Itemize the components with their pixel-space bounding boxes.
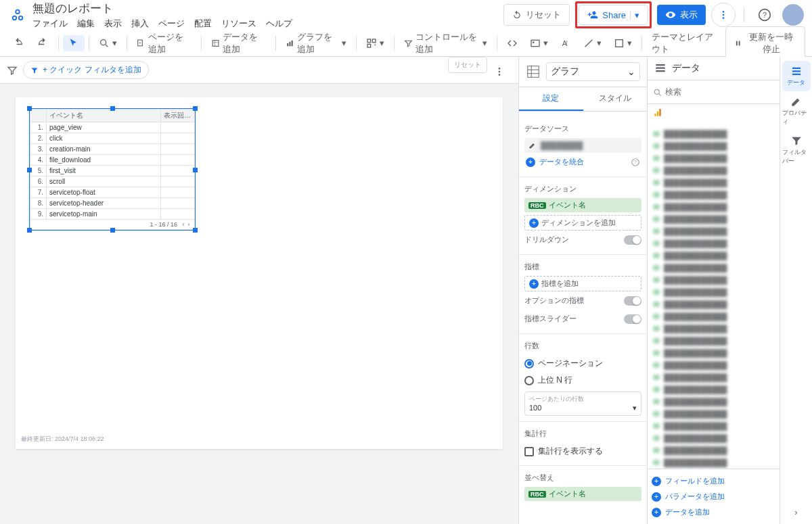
field-item[interactable]: ████████████ [652,408,775,420]
field-item[interactable]: ████████████ [652,310,775,323]
line-button[interactable]: ▾ [578,35,607,51]
undo-button[interactable] [7,34,30,52]
menu-view[interactable]: 表示 [104,18,122,30]
menu-file[interactable]: ファイル [32,18,68,30]
user-avatar[interactable] [782,4,804,26]
add-parameter-button[interactable]: +パラメータを追加 [652,489,775,504]
selection-tool[interactable] [63,35,85,51]
shape-button[interactable]: ▾ [608,35,637,51]
zoom-tool[interactable]: ▾ [93,35,122,51]
selected-table-chart[interactable]: イベント名 表示回… 1.page_view2.click3.creation-… [29,108,196,231]
add-data-button[interactable]: データを追加 [206,28,271,58]
pause-updates-button[interactable]: 更新を一時停止 [725,26,805,60]
rows-per-page-select[interactable]: ページあたりの行数 100 ▾ [524,391,641,416]
resize-handle[interactable] [193,106,198,111]
redo-button[interactable] [31,34,54,52]
menu-help[interactable]: ヘルプ [266,18,292,30]
field-item[interactable]: ████████████ [652,225,775,237]
resize-handle[interactable] [110,228,115,233]
field-item[interactable]: ████████████ [652,176,775,189]
help-icon[interactable]: ? [631,158,640,167]
more-options-button[interactable] [711,3,736,27]
field-item[interactable]: ████████████ [652,396,775,408]
field-item[interactable]: ████████████ [652,432,775,444]
field-item[interactable]: ████████████ [652,249,775,262]
field-item[interactable]: ████████████ [652,201,775,213]
theme-layout-button[interactable]: テーマとレイアウト [646,28,723,58]
document-title[interactable]: 無題のレポート [32,1,503,16]
tab-setup[interactable]: 設定 [519,87,583,111]
reset-button[interactable]: リセット [503,4,570,26]
text-button[interactable]: A [555,35,577,51]
field-item[interactable]: ████████████ [652,274,775,286]
reset-filters-button[interactable]: リセット [448,57,487,73]
resize-handle[interactable] [193,168,198,172]
sort-field-chip[interactable]: RBC イベント名 [524,487,641,501]
data-source-row[interactable]: ████████ [524,138,641,153]
menu-resource[interactable]: リソース [221,18,256,30]
resize-handle[interactable] [110,106,115,111]
field-item[interactable]: ████████████ [652,347,775,359]
help-button[interactable]: ? [752,3,777,27]
add-quick-filter-chip[interactable]: + クイック フィルタを追加 [23,61,149,79]
blend-data-link[interactable]: データを統合 [539,157,584,167]
filter-icon[interactable] [7,65,18,76]
field-item[interactable]: ████████████ [652,152,775,164]
resize-handle[interactable] [27,228,32,233]
field-item[interactable]: ████████████ [652,456,775,469]
field-item[interactable]: ████████████ [652,335,775,347]
community-viz-button[interactable]: + ▾ [361,35,390,51]
field-item[interactable]: ████████████ [652,323,775,335]
data-search-input[interactable] [652,85,775,99]
optional-metric-toggle[interactable] [624,296,641,306]
rail-data-button[interactable]: データ [782,61,811,91]
pager-next-icon[interactable]: › [187,221,189,228]
field-item[interactable]: ████████████ [652,189,775,201]
rail-filterbar-button[interactable]: フィルタバー [782,130,811,170]
add-chart-button[interactable]: グラフを追加 ▾ [280,28,353,58]
field-item[interactable]: ████████████ [652,286,775,298]
report-page[interactable]: イベント名 表示回… 1.page_view2.click3.creation-… [16,97,503,449]
rail-properties-button[interactable]: プロパティ [782,91,811,130]
add-dimension-button[interactable]: + ディメンションを追加 [524,215,641,231]
show-totals-checkbox[interactable]: 集計行を表示する [524,443,641,460]
add-data-source-button[interactable]: +データを追加 [652,504,775,520]
field-item[interactable]: ████████████ [652,298,775,310]
tab-style[interactable]: スタイル [583,87,648,111]
field-item[interactable]: ████████████ [652,164,775,176]
image-button[interactable]: ▾ [524,35,554,51]
add-metric-button[interactable]: + 指標を追加 [524,276,641,291]
resize-handle[interactable] [27,106,32,111]
resize-handle[interactable] [193,228,198,233]
chart-type-selector[interactable]: グラフ ⌄ [546,62,640,81]
field-item[interactable]: ████████████ [652,262,775,274]
pagination-radio[interactable]: ページネーション [524,355,641,372]
menu-arrange[interactable]: 配置 [194,18,212,30]
view-button[interactable]: 表示 [657,5,706,25]
top-n-radio[interactable]: 上位 N 行 [524,372,641,389]
field-item[interactable]: ████████████ [652,213,775,225]
add-field-button[interactable]: +フィールドを追加 [652,473,775,489]
menu-page[interactable]: ページ [158,18,185,30]
filter-more-button[interactable] [487,59,512,84]
field-item[interactable]: ████████████ [652,359,775,371]
field-item[interactable]: ████████████ [652,420,775,432]
field-item[interactable]: ████████████ [652,237,775,249]
metric-slider-toggle[interactable] [624,314,641,324]
menu-insert[interactable]: 挿入 [131,18,149,30]
dimension-chip[interactable]: RBC イベント名 [524,198,641,212]
field-item[interactable]: ████████████ [652,383,775,396]
add-page-button[interactable]: +ページを追加 [131,28,196,58]
embed-button[interactable] [501,35,523,51]
field-item[interactable]: ████████████ [652,128,775,140]
drilldown-toggle[interactable] [624,235,641,245]
add-control-button[interactable]: コントロールを追加 ▾ [399,28,493,58]
field-item[interactable]: ████████████ [652,140,775,152]
share-button[interactable]: Share ▾ [579,5,648,25]
field-item[interactable]: ████████████ [652,371,775,383]
resize-handle[interactable] [27,168,32,172]
field-item[interactable]: ████████████ [652,444,775,456]
collapse-rail-button[interactable]: › [788,500,804,524]
pager-prev-icon[interactable]: ‹ [182,221,184,228]
menu-edit[interactable]: 編集 [77,18,95,30]
